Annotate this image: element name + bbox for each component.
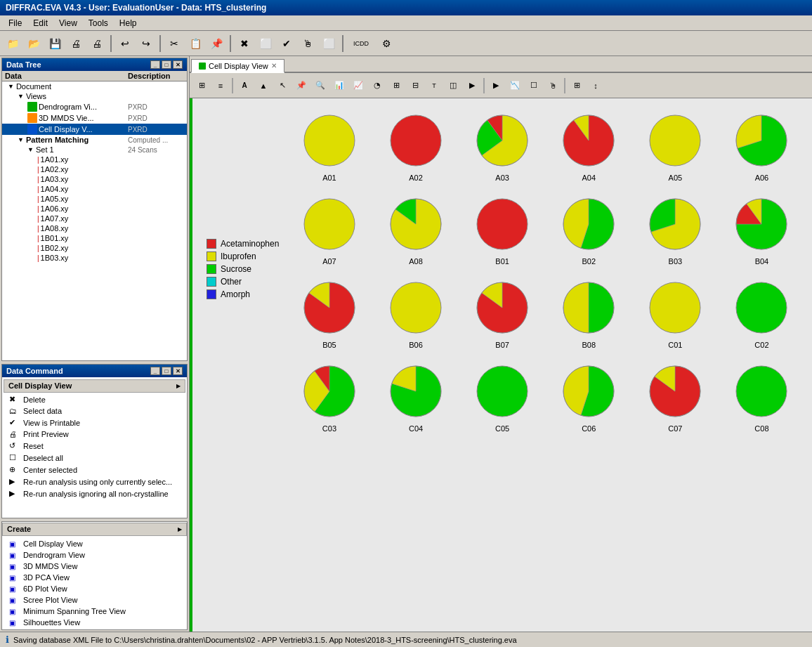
toolbar-cut[interactable]: ✂	[164, 34, 184, 53]
pie-cell-A05[interactable]: A05	[639, 112, 712, 182]
tab-close-btn[interactable]: ✕	[271, 62, 277, 70]
pie-cell-A08[interactable]: A08	[379, 196, 452, 266]
pie-cell-C05[interactable]: C05	[466, 363, 539, 433]
toolbar-save[interactable]: 💾	[45, 34, 65, 53]
pie-cell-B03[interactable]: B03	[639, 196, 712, 266]
tree-item-1a07[interactable]: | 1A07.xy	[2, 214, 187, 223]
toolbar-cursor[interactable]: 🖱	[298, 34, 317, 53]
pie-cell-B02[interactable]: B02	[553, 196, 625, 266]
ct-font[interactable]: A	[235, 77, 254, 95]
ct-more[interactable]: ▶	[463, 77, 481, 95]
pie-cell-B07[interactable]: B07	[466, 280, 539, 349]
pie-cell-A07[interactable]: A07	[293, 196, 365, 266]
toolbar-settings[interactable]: ⚙	[376, 34, 396, 53]
create-scree[interactable]: ▣ Scree Plot View	[4, 594, 185, 606]
tree-item-document[interactable]: ▼ Document	[2, 81, 187, 91]
ct-data[interactable]: ◫	[444, 77, 462, 95]
pie-cell-C01[interactable]: C01	[639, 280, 712, 349]
pie-cell-C07[interactable]: C07	[639, 363, 712, 433]
tree-item-1a05[interactable]: | 1A05.xy	[2, 194, 187, 204]
ct-list[interactable]: ≡	[211, 77, 230, 95]
menu-edit[interactable]: Edit	[27, 17, 53, 30]
toolbar-icdd[interactable]: ICDD	[347, 34, 375, 53]
panel-close[interactable]: ✕	[173, 60, 183, 69]
tree-item-1a02[interactable]: | 1A02.xy	[2, 164, 187, 174]
ct-grid[interactable]: ⊞	[192, 77, 211, 95]
ct-play[interactable]: ▶	[487, 77, 505, 95]
cmd-rerun-ignore[interactable]: ▶ Re-run analysis ignoring all non-cryst…	[4, 488, 185, 499]
cmd-delete[interactable]: ✖ Delete	[4, 393, 185, 405]
tree-item-dendrogram[interactable]: Dendrogram Vi... PXRD	[2, 101, 187, 112]
cmd-rerun-selected[interactable]: ▶ Re-run analysis using only currently s…	[4, 476, 185, 488]
ct-pie[interactable]: ◔	[368, 77, 386, 95]
ct-triangle[interactable]: ▲	[254, 77, 273, 95]
cmd-deselect-all[interactable]: ☐ Deselect all	[4, 452, 185, 464]
toolbar-print[interactable]: 🖨	[66, 34, 86, 53]
ct-table[interactable]: ⊞	[387, 77, 405, 95]
create-dendrogram[interactable]: ▣ Dendrogram View	[4, 549, 185, 561]
ct-chart[interactable]: 📊	[330, 77, 348, 95]
toolbar-checkmark[interactable]: ✔	[277, 34, 296, 53]
menu-view[interactable]: View	[53, 17, 83, 30]
tree-item-1a08[interactable]: | 1A08.xy	[2, 223, 187, 233]
pie-cell-C06[interactable]: C06	[553, 363, 625, 433]
tree-item-1a04[interactable]: | 1A04.xy	[2, 184, 187, 194]
tree-item-1a03[interactable]: | 1A03.xy	[2, 174, 187, 184]
toolbar-cancel[interactable]: ✖	[235, 34, 254, 53]
ct-text[interactable]: T	[425, 77, 443, 95]
tree-item-views[interactable]: ▼ Views	[2, 91, 187, 101]
ct-end[interactable]: ⊞	[568, 77, 586, 95]
command-section-cell-display[interactable]: Cell Display View ▸	[4, 379, 185, 393]
pie-cell-B08[interactable]: B08	[553, 280, 625, 349]
toolbar-undo[interactable]: ↩	[115, 34, 135, 53]
tree-item-set1[interactable]: ▼ Set 1 24 Scans	[2, 145, 187, 155]
tree-item-1b02[interactable]: | 1B02.xy	[2, 243, 187, 253]
menu-file[interactable]: File	[3, 17, 27, 30]
tree-item-mmds[interactable]: 3D MMDS Vie... PXRD	[2, 112, 187, 124]
ct-cursor[interactable]: ↖	[273, 77, 292, 95]
create-mst[interactable]: ▣ Minimum Spanning Tree View	[4, 606, 185, 617]
pie-cell-A01[interactable]: A01	[293, 112, 365, 182]
cmd-select-data[interactable]: 🗂 Select data	[4, 405, 185, 417]
pie-cell-A02[interactable]: A02	[379, 112, 452, 182]
data-command-minimize[interactable]: _	[150, 367, 160, 375]
pie-cell-C08[interactable]: C08	[726, 363, 798, 433]
toolbar-copy[interactable]: 📋	[185, 34, 205, 53]
create-silhouettes[interactable]: ▣ Silhouettes View	[4, 617, 185, 628]
menu-tools[interactable]: Tools	[83, 17, 114, 30]
toolbar-open[interactable]: 📂	[24, 34, 44, 53]
toolbar-check[interactable]: ⬜	[256, 34, 275, 53]
tree-item-pattern-matching[interactable]: ▼ Pattern Matching Computed ...	[2, 135, 187, 145]
create-mmds[interactable]: ▣ 3D MMDS View	[4, 561, 185, 572]
toolbar-square[interactable]: ⬜	[319, 34, 339, 53]
pie-cell-B01[interactable]: B01	[466, 196, 539, 266]
create-pca[interactable]: ▣ 3D PCA View	[4, 572, 185, 583]
tree-item-1b01[interactable]: | 1B01.xy	[2, 233, 187, 243]
pie-cell-C03[interactable]: C03	[293, 363, 365, 433]
cmd-reset[interactable]: ↺ Reset	[4, 440, 185, 452]
pie-cell-A04[interactable]: A04	[553, 112, 625, 182]
ct-graph[interactable]: 📉	[506, 77, 524, 95]
ct-pin[interactable]: 📌	[292, 77, 310, 95]
pie-cell-C04[interactable]: C04	[379, 363, 452, 433]
toolbar-redo[interactable]: ↪	[136, 34, 156, 53]
cmd-center-selected[interactable]: ⊕ Center selected	[4, 464, 185, 476]
tab-cell-display[interactable]: Cell Display View ✕	[191, 59, 284, 73]
pie-cell-A03[interactable]: A03	[466, 112, 539, 182]
ct-arrow[interactable]: ↕	[587, 77, 605, 95]
create-cell-display[interactable]: ▣ Cell Display View	[4, 538, 185, 549]
pie-cell-A06[interactable]: A06	[726, 112, 798, 182]
ct-select[interactable]: ☐	[525, 77, 543, 95]
tree-item-1a01[interactable]: | 1A01.xy	[2, 155, 187, 164]
pie-cell-C02[interactable]: C02	[726, 280, 798, 349]
panel-minimize[interactable]: _	[150, 60, 160, 69]
tree-item-cell-display[interactable]: Cell Display V... PXRD	[2, 124, 187, 135]
ct-bar[interactable]: 📈	[349, 77, 367, 95]
ct-cursor2[interactable]: 🖱	[544, 77, 562, 95]
pie-cell-B05[interactable]: B05	[293, 280, 365, 349]
ct-table2[interactable]: ⊟	[406, 77, 424, 95]
tree-item-1a06[interactable]: | 1A06.xy	[2, 204, 187, 214]
toolbar-print2[interactable]: 🖨	[87, 34, 107, 53]
toolbar-new[interactable]: 📁	[3, 34, 22, 53]
create-6d[interactable]: ▣ 6D Plot View	[4, 583, 185, 594]
